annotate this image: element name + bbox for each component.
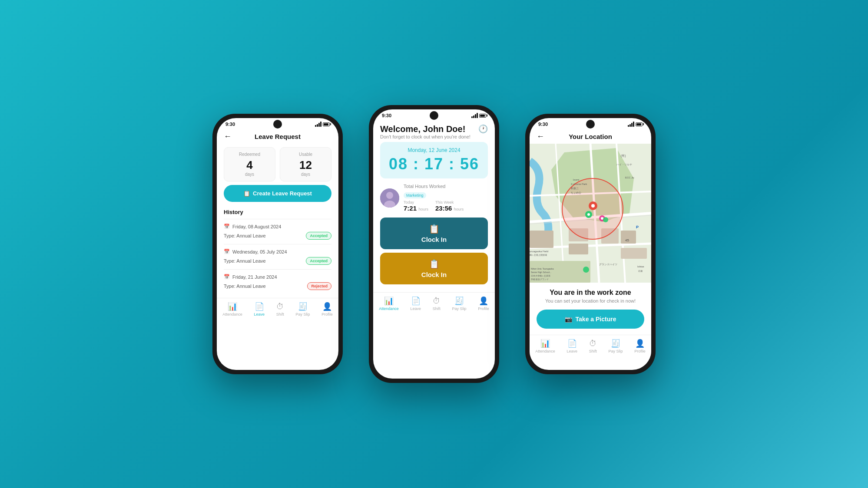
svg-text:P: P [636, 225, 639, 229]
status-badge-2: Accepted [306, 257, 331, 265]
svg-point-1 [386, 192, 393, 199]
leave-icon-3: 📄 [567, 339, 577, 348]
svg-text:2-chome Park: 2-chome Park [571, 183, 587, 185]
status-time-3: 9:30 [538, 122, 548, 127]
nav-payslip-3[interactable]: 🧾 Pay Slip [608, 339, 623, 353]
location-header: ← Your Location [530, 129, 651, 144]
clock-in-button-teal[interactable]: 📋 Clock In [380, 218, 488, 249]
svg-text:uruagaoka Field: uruagaoka Field [530, 250, 548, 253]
nav-attendance-3[interactable]: 📊 Attendance [535, 339, 555, 353]
status-icons-1 [315, 122, 330, 127]
nav-label-attendance-2: Attendance [379, 307, 399, 311]
svg-rect-17 [530, 231, 553, 248]
clock-in-icon-gold: 📋 [429, 259, 440, 269]
nav-leave-1[interactable]: 📄 Leave [254, 302, 265, 317]
nav-profile-1[interactable]: 👤 Profile [321, 302, 333, 317]
nav-attendance-2[interactable]: 📊 Attendance [379, 296, 399, 311]
profile-icon-1: 👤 [322, 302, 332, 311]
take-picture-label: Take a Picture [576, 316, 616, 323]
welcome-group: Welcome, John Doe! Don't forget to clock… [380, 124, 470, 139]
usable-label: Usable [285, 152, 326, 157]
history-date-3: 📅 Friday, 21 June 2024 [224, 274, 331, 280]
phone-location: 9:30 ← Your Location [525, 114, 656, 374]
nav-shift-3[interactable]: ⏱ Shift [589, 339, 597, 353]
leave-request-header: ← Leave Request [217, 129, 338, 144]
nav-label-profile-2: Profile [478, 307, 489, 311]
history-button[interactable]: 🕐 [478, 124, 488, 134]
svg-text:グランドハイツ: グランドハイツ [599, 263, 617, 266]
usable-value: 12 [285, 158, 326, 172]
bottom-nav-3: 📊 Attendance 📄 Leave ⏱ Shift 🧾 Pay Slip … [530, 335, 651, 359]
nav-leave-3[interactable]: 📄 Leave [567, 339, 578, 353]
battery-icon-3 [636, 122, 643, 126]
attendance-icon: 📊 [228, 302, 237, 311]
redeemed-card: Redeemed 4 days [224, 147, 275, 181]
payslip-icon-2: 🧾 [454, 296, 464, 306]
payslip-icon: 🧾 [298, 302, 308, 311]
back-button-3[interactable]: ← [537, 132, 544, 141]
svg-text:Senior High School...: Senior High School... [531, 271, 551, 274]
redeemed-label: Redeemed [229, 152, 270, 157]
battery-icon-2 [479, 114, 486, 118]
clock-in-icon-teal: 📋 [429, 224, 440, 234]
status-bar-2: 9:30 [373, 109, 495, 120]
phone-leave-request: 9:30 ← Leave Request Redeemed 4 days Usa… [212, 114, 343, 374]
week-hours: This Week 23:56 hours [435, 200, 464, 212]
clock-in-label-gold: Clock In [421, 271, 447, 278]
nav-profile-3[interactable]: 👤 Profile [634, 339, 646, 353]
svg-rect-16 [621, 248, 647, 259]
nav-label-payslip-1: Pay Slip [295, 312, 310, 317]
svg-text:Ishise: Ishise [637, 265, 644, 268]
svg-text:石瀬: 石瀬 [638, 270, 643, 272]
attendance-icon-2: 📊 [384, 296, 394, 306]
svg-text:45: 45 [625, 238, 629, 242]
attendance-icon-3: 📊 [540, 339, 550, 348]
week-value: 23:56 [435, 204, 452, 212]
nav-label-profile-1: Profile [321, 312, 333, 317]
clock-in-label-teal: Clock In [421, 236, 447, 243]
history-title: History [224, 209, 331, 215]
attendance-content: Welcome, John Doe! Don't forget to clock… [373, 120, 495, 292]
calendar-icon-2: 📅 [224, 249, 230, 254]
nav-shift-1[interactable]: ⏱ Shift [276, 302, 284, 317]
history-section: History 📅 Friday, 08 August 2024 Type: A… [217, 205, 338, 298]
today-unit: hours [418, 207, 428, 211]
create-leave-label: Create Leave Request [253, 190, 312, 197]
nav-label-attendance-3: Attendance [535, 349, 555, 353]
history-type-3: Type: Annual Leave [224, 284, 266, 289]
redeemed-value: 4 [229, 158, 270, 172]
take-picture-button[interactable]: 📷 Take a Picture [537, 310, 644, 329]
today-value: 7:21 [404, 204, 417, 212]
page-title-1: Leave Request [255, 133, 301, 140]
clock-in-button-gold[interactable]: 📋 Clock In [380, 253, 488, 284]
create-leave-button[interactable]: 📋 Create Leave Request [224, 185, 331, 202]
history-item-2: 📅 Wednesday, 05 July 2024 Type: Annual L… [224, 244, 331, 269]
bottom-nav-1: 📊 Attendance 📄 Leave ⏱ Shift 🧾 Pay Slip … [217, 298, 338, 322]
nav-label-payslip-3: Pay Slip [608, 349, 623, 353]
location-info: You are in the work zone You can set you… [530, 283, 651, 335]
notch-1 [273, 120, 282, 129]
battery-icon [323, 122, 330, 126]
nav-payslip-1[interactable]: 🧾 Pay Slip [295, 302, 310, 317]
today-label: Today [404, 200, 428, 204]
camera-icon: 📷 [565, 316, 572, 323]
map-view: (有) ハイ・ツルヤ ECC Ju Izumi 2-chome Park 和泉二… [530, 144, 651, 283]
history-date-2: 📅 Wednesday, 05 July 2024 [224, 249, 331, 254]
history-type-row-1: Type: Annual Leave Accepted [224, 232, 331, 240]
nav-profile-2[interactable]: 👤 Profile [478, 296, 489, 311]
back-button-1[interactable]: ← [224, 132, 232, 141]
notch-3 [586, 120, 595, 129]
nav-label-profile-3: Profile [634, 349, 646, 353]
nav-leave-2[interactable]: 📄 Leave [411, 296, 421, 311]
avatar [380, 188, 399, 208]
status-time-1: 9:30 [225, 122, 235, 127]
nav-attendance-1[interactable]: 📊 Attendance [222, 302, 242, 317]
nav-shift-2[interactable]: ⏱ Shift [433, 297, 441, 311]
nav-label-shift-3: Shift [589, 349, 597, 353]
usable-card: Usable 12 days [280, 147, 331, 181]
page-title-3: Your Location [569, 133, 612, 140]
history-date-1: 📅 Friday, 08 August 2024 [224, 224, 331, 229]
status-bar-3: 9:30 [530, 118, 651, 129]
nav-payslip-2[interactable]: 🧾 Pay Slip [452, 296, 466, 311]
shift-icon: ⏱ [276, 302, 284, 311]
